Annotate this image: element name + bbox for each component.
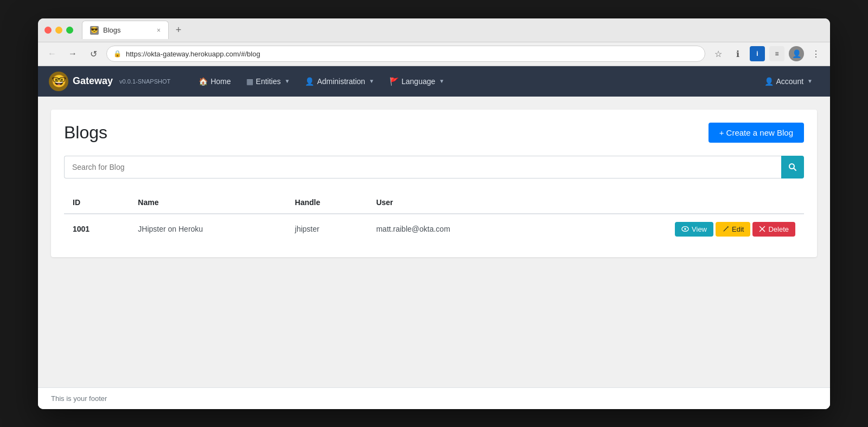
close-traffic-light[interactable] — [44, 27, 52, 34]
search-container — [64, 156, 804, 179]
traffic-lights — [44, 27, 73, 34]
address-bar-actions: ☆ ℹ i ≡ 👤 ⋮ — [711, 46, 824, 61]
lock-icon: 🔒 — [113, 50, 122, 58]
delete-button[interactable]: Delete — [752, 222, 795, 237]
cell-actions: View Edit — [541, 214, 804, 244]
cell-name: JHipster on Heroku — [129, 214, 286, 244]
view-label: View — [692, 225, 707, 233]
tab-bar: 😎 Blogs × + — [82, 21, 824, 39]
edit-button[interactable]: Edit — [716, 222, 750, 237]
nav-item-entities[interactable]: ▦ Entities ▼ — [240, 73, 297, 90]
nav-item-account[interactable]: 👤 Account ▼ — [758, 73, 820, 90]
col-header-actions — [541, 192, 804, 214]
star-button[interactable]: ☆ — [711, 46, 726, 61]
navbar-brand[interactable]: 🤓 Gateway v0.0.1-SNAPSHOT — [49, 72, 170, 91]
page-title: Blogs — [64, 123, 107, 143]
more-button[interactable]: ⋮ — [808, 46, 824, 61]
svg-line-1 — [794, 168, 796, 170]
brand-name: Gateway — [73, 75, 113, 87]
brand-version: v0.0.1-SNAPSHOT — [119, 78, 170, 85]
row-actions: View Edit — [550, 222, 795, 237]
col-header-name: Name — [129, 192, 286, 214]
account-caret: ▼ — [807, 78, 813, 84]
footer: This is your footer — [38, 387, 830, 409]
tab-title: Blogs — [103, 26, 121, 34]
title-bar: 😎 Blogs × + — [38, 18, 830, 42]
delete-label: Delete — [768, 225, 789, 233]
table-body: 1001 JHipster on Heroku jhipster matt.ra… — [64, 214, 804, 244]
search-input[interactable] — [64, 156, 781, 179]
app-content: 🤓 Gateway v0.0.1-SNAPSHOT 🏠 Home ▦ Entit… — [38, 66, 830, 409]
extension-button-blue[interactable]: i — [750, 46, 765, 61]
home-icon: 🏠 — [199, 77, 208, 86]
maximize-traffic-light[interactable] — [66, 27, 73, 34]
col-header-handle: Handle — [286, 192, 368, 214]
reload-button[interactable]: ↺ — [86, 46, 101, 61]
minimize-traffic-light[interactable] — [55, 27, 62, 34]
extension-button-flag[interactable]: ≡ — [769, 46, 784, 61]
cell-id: 1001 — [64, 214, 129, 244]
active-tab[interactable]: 😎 Blogs × — [82, 21, 169, 39]
url-bar[interactable]: 🔒 https://okta-gateway.herokuapp.com/#/b… — [106, 46, 705, 62]
search-icon — [788, 163, 797, 171]
eye-icon — [681, 225, 689, 233]
create-blog-button[interactable]: + Create a new Blog — [709, 123, 804, 143]
language-icon: 🚩 — [390, 77, 399, 86]
col-header-id: ID — [64, 192, 129, 214]
nav-item-administration[interactable]: 👤 Administration ▼ — [298, 73, 381, 90]
account-icon: 👤 — [764, 77, 774, 86]
main-content: Blogs + Create a new Blog — [38, 97, 830, 387]
navbar-nav: 🏠 Home ▦ Entities ▼ 👤 Administration ▼ 🚩… — [192, 73, 757, 90]
edit-label: Edit — [732, 225, 744, 233]
nav-item-language-label: Language — [401, 77, 435, 86]
view-button[interactable]: View — [675, 222, 713, 237]
footer-text: This is your footer — [51, 394, 107, 403]
nav-item-account-label: Account — [776, 77, 804, 86]
info-button[interactable]: ℹ — [730, 46, 745, 61]
new-tab-button[interactable]: + — [171, 22, 186, 37]
cell-handle: jhipster — [286, 214, 368, 244]
administration-icon: 👤 — [305, 77, 314, 86]
pencil-icon — [722, 226, 729, 233]
navbar-right: 👤 Account ▼ — [758, 73, 820, 90]
content-card: Blogs + Create a new Blog — [51, 110, 817, 257]
url-text: https://okta-gateway.herokuapp.com/#/blo… — [126, 50, 698, 58]
nav-item-home-label: Home — [210, 77, 231, 86]
administration-caret: ▼ — [369, 78, 374, 84]
svg-point-3 — [684, 228, 686, 230]
x-icon — [759, 226, 765, 232]
browser-window: 😎 Blogs × + ← → ↺ 🔒 https://okta-gateway… — [38, 18, 830, 409]
address-bar: ← → ↺ 🔒 https://okta-gateway.herokuapp.c… — [38, 42, 830, 66]
tab-close-button[interactable]: × — [157, 27, 161, 34]
nav-item-home[interactable]: 🏠 Home — [192, 73, 237, 90]
language-caret: ▼ — [439, 78, 444, 84]
cell-user: matt.raible@okta.com — [367, 214, 541, 244]
page-header: Blogs + Create a new Blog — [64, 123, 804, 143]
tab-favicon: 😎 — [90, 26, 99, 35]
brand-avatar: 🤓 — [49, 72, 68, 91]
nav-item-administration-label: Administration — [317, 77, 365, 86]
profile-avatar[interactable]: 👤 — [789, 46, 804, 61]
nav-item-entities-label: Entities — [256, 77, 281, 86]
table-header: ID Name Handle User — [64, 192, 804, 214]
back-button[interactable]: ← — [44, 46, 60, 61]
table-row: 1001 JHipster on Heroku jhipster matt.ra… — [64, 214, 804, 244]
entities-icon: ▦ — [246, 77, 253, 86]
blogs-table: ID Name Handle User 1001 JHipster on Her… — [64, 192, 804, 244]
search-button[interactable] — [781, 156, 804, 179]
entities-caret: ▼ — [284, 78, 290, 84]
forward-button[interactable]: → — [65, 46, 80, 61]
nav-item-language[interactable]: 🚩 Language ▼ — [383, 73, 451, 90]
col-header-user: User — [367, 192, 541, 214]
navbar: 🤓 Gateway v0.0.1-SNAPSHOT 🏠 Home ▦ Entit… — [38, 66, 830, 97]
